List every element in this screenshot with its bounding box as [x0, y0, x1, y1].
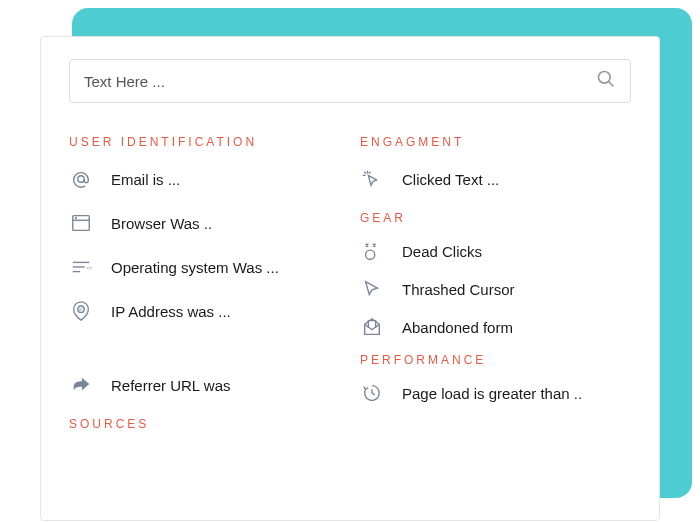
filter-item-dead-clicks[interactable]: Dead Clicks: [360, 239, 631, 263]
clock-icon: [360, 381, 384, 405]
svg-line-15: [369, 172, 371, 174]
filter-item-referrer[interactable]: Referrer URL was: [69, 373, 340, 397]
section-header-engagement: ENGAGMENT: [360, 135, 631, 149]
search-input[interactable]: [84, 73, 596, 90]
search-icon: [596, 69, 616, 93]
at-icon: [69, 167, 93, 191]
search-bar[interactable]: [69, 59, 631, 103]
svg-text:<>: <>: [87, 265, 93, 271]
filter-panel: USER IDENTIFICATION Email is ... Browser…: [40, 36, 660, 521]
filter-item-label: Browser Was ..: [111, 215, 212, 232]
filter-item-label: Clicked Text ...: [402, 171, 499, 188]
filter-item-label: Dead Clicks: [402, 243, 482, 260]
filter-item-browser[interactable]: Browser Was ..: [69, 211, 340, 235]
filter-item-ip[interactable]: IP IP Address was ...: [69, 299, 340, 323]
filter-item-thrashed-cursor[interactable]: Thrashed Cursor: [360, 277, 631, 301]
filter-item-label: Operating system Was ...: [111, 259, 279, 276]
svg-point-5: [76, 218, 77, 219]
spacer: [69, 343, 340, 373]
filter-item-label: Thrashed Cursor: [402, 281, 515, 298]
browser-icon: [69, 211, 93, 235]
svg-line-14: [364, 172, 366, 174]
filter-item-label: Abandoned form: [402, 319, 513, 336]
filter-item-page-load[interactable]: Page load is greater than ..: [360, 381, 631, 405]
referrer-icon: [69, 373, 93, 397]
svg-point-0: [599, 72, 611, 84]
os-icon: <>: [69, 255, 93, 279]
filter-item-label: IP Address was ...: [111, 303, 231, 320]
filter-item-label: Referrer URL was: [111, 377, 230, 394]
filter-item-email[interactable]: Email is ...: [69, 167, 340, 191]
filter-item-abandoned-form[interactable]: Abandoned form: [360, 315, 631, 339]
filter-item-os[interactable]: <> Operating system Was ...: [69, 255, 340, 279]
right-column: ENGAGMENT Clicked Text ... GEAR Dead Cli…: [360, 131, 631, 449]
section-header-user-identification: USER IDENTIFICATION: [69, 135, 340, 149]
section-header-gear: GEAR: [360, 211, 631, 225]
click-icon: [360, 167, 384, 191]
svg-text:IP: IP: [79, 308, 83, 312]
form-icon: [360, 315, 384, 339]
cursor-icon: [360, 277, 384, 301]
filter-item-label: Page load is greater than ..: [402, 385, 582, 402]
left-column: USER IDENTIFICATION Email is ... Browser…: [69, 131, 340, 449]
dead-icon: [360, 239, 384, 263]
ip-icon: IP: [69, 299, 93, 323]
svg-point-2: [78, 176, 84, 182]
svg-point-16: [366, 250, 375, 259]
filter-item-label: Email is ...: [111, 171, 180, 188]
section-header-performance: PERFORMANCE: [360, 353, 631, 367]
svg-line-1: [609, 82, 614, 87]
section-header-sources: SOURCES: [69, 417, 340, 431]
columns: USER IDENTIFICATION Email is ... Browser…: [69, 131, 631, 449]
filter-item-clicked-text[interactable]: Clicked Text ...: [360, 167, 631, 191]
